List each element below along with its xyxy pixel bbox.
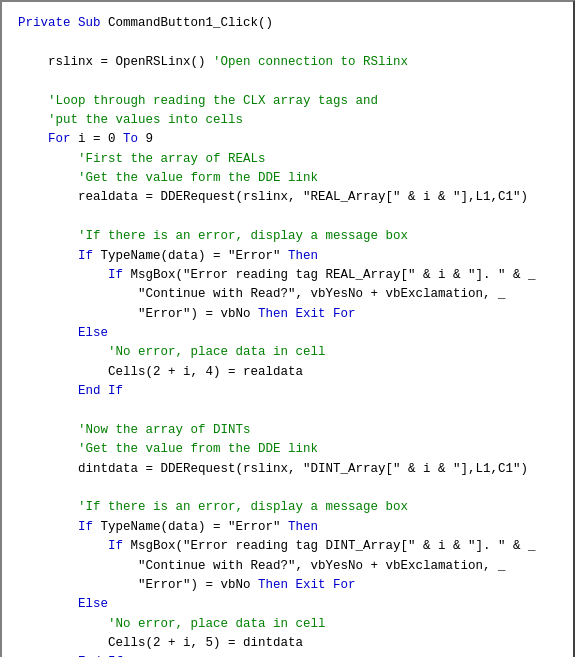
keyword-exit2: Exit For xyxy=(296,578,356,592)
keyword-endif: End If xyxy=(78,384,123,398)
comment: 'Get the value from the DDE link xyxy=(78,442,318,456)
comment: 'No error, place data in cell xyxy=(108,345,326,359)
keyword-if3: If xyxy=(78,520,93,534)
keyword-else2: Else xyxy=(78,597,108,611)
keyword-to: To xyxy=(123,132,138,146)
comment: 'First the array of REALs xyxy=(78,152,266,166)
comment: 'Get the value form the DDE link xyxy=(78,171,318,185)
comment: 'No error, place data in cell xyxy=(108,617,326,631)
code-content: Private Sub CommandButton1_Click() rslin… xyxy=(18,14,557,657)
keyword-private: Private Sub xyxy=(18,16,101,30)
comment: 'Now the array of DINTs xyxy=(78,423,251,437)
keyword-else: Else xyxy=(78,326,108,340)
keyword-if2: If xyxy=(108,268,123,282)
comment: 'If there is an error, display a message… xyxy=(78,229,408,243)
comment: 'Open connection to RSlinx xyxy=(213,55,408,69)
comment: 'put the values into cells xyxy=(48,113,243,127)
keyword-if: If xyxy=(78,249,93,263)
code-line: CommandButton1_Click() xyxy=(101,16,274,30)
code-editor-window: Private Sub CommandButton1_Click() rslin… xyxy=(0,0,575,657)
keyword-for: For xyxy=(48,132,71,146)
keyword-then4: Then xyxy=(258,578,288,592)
keyword-exit: Exit For xyxy=(296,307,356,321)
keyword-then: Then xyxy=(288,249,318,263)
comment: 'If there is an error, display a message… xyxy=(78,500,408,514)
comment: 'Loop through reading the CLX array tags… xyxy=(48,94,378,108)
keyword-if4: If xyxy=(108,539,123,553)
keyword-then2: Then xyxy=(258,307,288,321)
keyword-then3: Then xyxy=(288,520,318,534)
